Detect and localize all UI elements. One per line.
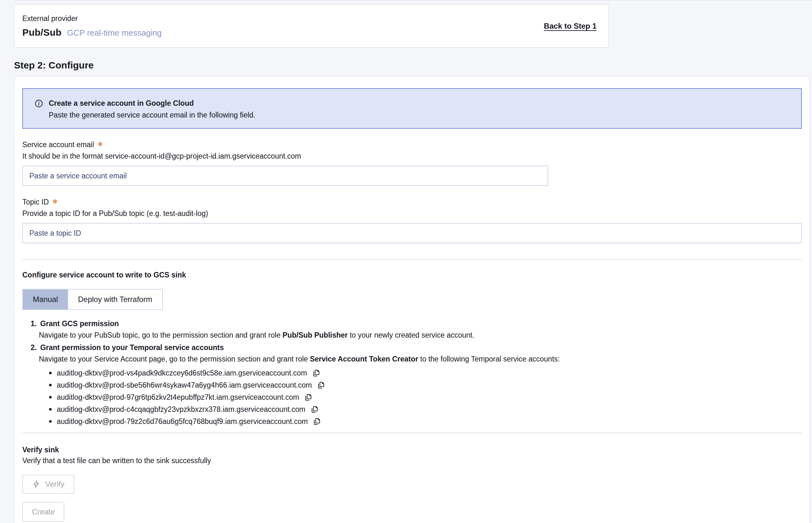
step-body-text: Navigate to your PubSub topic, go to the… — [39, 331, 283, 339]
bullet-dot — [49, 372, 52, 374]
copy-icon — [312, 417, 321, 426]
list-item: auditlog-dktxv@prod-sbe56h6wr4sykaw47a6y… — [49, 379, 802, 391]
step-body-text: to your newly created service account. — [348, 331, 475, 339]
create-button[interactable]: Create — [22, 502, 64, 522]
lightning-icon — [32, 480, 40, 488]
service-account-email-input[interactable] — [22, 166, 548, 186]
bullet-dot — [49, 384, 52, 386]
provider-info: External provider Pub/Sub GCP real-time … — [22, 14, 162, 38]
instruction-step-1: 1. Grant GCS permission Navigate to your… — [22, 319, 802, 340]
step-body-role: Pub/Sub Publisher — [283, 331, 348, 339]
verify-button-label: Verify — [45, 480, 64, 489]
pubsub-configure-page: { "provider_card": { "eyebrow": "Externa… — [0, 0, 812, 523]
verify-button[interactable]: Verify — [22, 474, 74, 494]
topic-id-label: Topic ID — [22, 197, 49, 206]
provider-card: External provider Pub/Sub GCP real-time … — [14, 4, 609, 48]
section-divider — [22, 259, 802, 260]
step-body-text: to the following Temporal service accoun… — [418, 355, 560, 363]
required-dot — [53, 199, 57, 203]
service-account-list: auditlog-dktxv@prod-vs4padk9dkczcey6d6st… — [22, 367, 802, 428]
step-number: 1. — [31, 319, 37, 328]
info-banner-body: Paste the generated service account emai… — [49, 110, 255, 120]
step-title: Grant GCS permission — [40, 319, 119, 328]
copy-button[interactable] — [303, 392, 313, 402]
instruction-step-2-body: Navigate to your Service Account page, g… — [39, 355, 802, 363]
instruction-step-2: 2. Grant permission to your Temporal ser… — [22, 343, 802, 428]
create-button-row: Create — [22, 494, 802, 522]
step-body-role: Service Account Token Creator — [310, 355, 418, 363]
configure-section-title: Configure service account to write to GC… — [22, 270, 802, 279]
verify-sink-helper: Verify that a test file can be written t… — [22, 456, 802, 465]
tab-manual[interactable]: Manual — [23, 290, 68, 309]
step-number: 2. — [31, 343, 37, 352]
copy-button[interactable] — [311, 368, 321, 378]
service-account-email: auditlog-dktxv@prod-97gr6tp6zkv2t4epubff… — [57, 393, 299, 402]
list-item: auditlog-dktxv@prod-c4cqaqgbfzy23vpzkbxz… — [49, 403, 802, 415]
list-item: auditlog-dktxv@prod-vs4padk9dkczcey6d6st… — [49, 367, 802, 379]
list-item: auditlog-dktxv@prod-97gr6tp6zkv2t4epubff… — [49, 391, 802, 403]
bullet-dot — [49, 396, 52, 398]
section-divider — [22, 433, 802, 433]
verify-button-row: Verify — [22, 465, 802, 494]
service-account-email: auditlog-dktxv@prod-sbe56h6wr4sykaw47a6y… — [57, 381, 312, 390]
top-divider — [14, 0, 812, 1]
service-account-email: auditlog-dktxv@prod-79z2c6d76au6g5fcq768… — [57, 417, 308, 426]
provider-subtitle: GCP real-time messaging — [67, 28, 162, 38]
copy-button[interactable] — [309, 404, 319, 414]
info-icon — [34, 99, 43, 108]
topic-id-label-row: Topic ID — [22, 197, 802, 206]
copy-icon — [316, 381, 325, 390]
required-dot — [98, 142, 102, 146]
step-body-text: Navigate to your Service Account page, g… — [39, 355, 310, 363]
bullet-dot — [49, 408, 52, 411]
instruction-step-1-title: 1. Grant GCS permission — [31, 319, 802, 328]
step-title: Grant permission to your Temporal servic… — [40, 343, 224, 352]
service-account-email: auditlog-dktxv@prod-c4cqaqgbfzy23vpzkbxz… — [57, 405, 305, 414]
tab-deploy-with-terraform[interactable]: Deploy with Terraform — [68, 290, 162, 309]
bullet-dot — [49, 420, 52, 423]
provider-row: Pub/Sub GCP real-time messaging — [22, 27, 162, 38]
copy-icon — [304, 393, 312, 402]
copy-icon — [310, 405, 319, 414]
copy-icon — [312, 369, 320, 377]
configure-card: Create a service account in Google Cloud… — [14, 76, 810, 523]
copy-button[interactable] — [312, 416, 322, 427]
instruction-step-2-title: 2. Grant permission to your Temporal ser… — [31, 343, 802, 352]
service-account-email: auditlog-dktxv@prod-vs4padk9dkczcey6d6st… — [57, 369, 307, 377]
list-item: auditlog-dktxv@prod-79z2c6d76au6g5fcq768… — [49, 415, 802, 428]
service-account-email-helper: It should be in the format service-accou… — [22, 151, 802, 161]
config-method-tabs: Manual Deploy with Terraform — [22, 289, 163, 310]
service-account-email-label: Service account email — [22, 140, 94, 149]
topic-id-helper: Provide a topic ID for a Pub/Sub topic (… — [22, 209, 802, 218]
copy-button[interactable] — [316, 380, 326, 390]
info-banner-text: Create a service account in Google Cloud… — [49, 99, 255, 120]
create-button-label: Create — [32, 507, 55, 516]
verify-sink-title: Verify sink — [22, 445, 802, 454]
provider-name: Pub/Sub — [22, 27, 61, 38]
page-title: Step 2: Configure — [14, 60, 812, 71]
instruction-step-1-body: Navigate to your PubSub topic, go to the… — [39, 331, 802, 340]
back-to-step-1-link[interactable]: Back to Step 1 — [544, 22, 597, 31]
info-banner-title: Create a service account in Google Cloud — [49, 99, 255, 108]
manual-instructions-list: 1. Grant GCS permission Navigate to your… — [22, 319, 802, 428]
service-account-email-label-row: Service account email — [22, 140, 802, 149]
info-banner: Create a service account in Google Cloud… — [22, 88, 802, 129]
topic-id-input[interactable] — [22, 223, 802, 244]
provider-eyebrow: External provider — [22, 14, 162, 23]
